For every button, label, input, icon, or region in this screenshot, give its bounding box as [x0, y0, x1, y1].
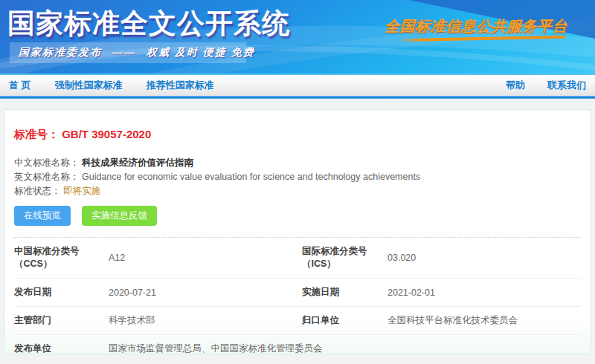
nav-item-mandatory-standards[interactable]: 强制性国家标准 [55, 79, 123, 92]
table-row-publisher: 发布单位 国家市场监督管理总局、中国国家标准化管理委员会 [14, 335, 581, 363]
table-row-departments: 主管部门 科学技术部 归口单位 全国科技平台标准化技术委员会 [14, 307, 581, 335]
ics-label: 国际标准分类号（ICS） [302, 245, 387, 270]
publisher-value: 国家市场监督管理总局、中国国家标准化管理委员会 [109, 342, 581, 355]
standard-number-value: GB/T 39057-2020 [62, 128, 151, 140]
platform-name: 全国标准信息公共服务平台 [385, 16, 567, 36]
centralized-unit-label: 归口单位 [302, 314, 387, 327]
subtitle-dash: —— [112, 47, 136, 59]
table-row-dates: 发布日期 2020-07-21 实施日期 2021-02-01 [14, 279, 581, 307]
implement-date-value: 2021-02-01 [387, 287, 581, 298]
competent-dept-value: 科学技术部 [109, 314, 302, 327]
standard-detail-card: 标准号： GB/T 39057-2020 中文标准名称： 科技成果经济价值评估指… [4, 109, 591, 354]
en-name-value: Guidance for economic value evaluation f… [82, 172, 420, 182]
en-name-label: 英文标准名称： [14, 172, 80, 182]
online-preview-button[interactable]: 在线预览 [14, 206, 71, 226]
competent-dept-label: 主管部门 [14, 314, 109, 327]
site-title: 国家标准全文公开系统 [7, 5, 290, 42]
ics-value: 03.020 [387, 253, 581, 263]
nav-item-home[interactable]: 首 页 [9, 79, 31, 92]
ccs-value: A12 [109, 253, 302, 263]
ccs-label: 中国标准分类号（CCS） [14, 245, 109, 270]
en-name-row: 英文标准名称： Guidance for economic value eval… [14, 170, 581, 183]
status-row: 标准状态： 即将实施 [14, 184, 581, 198]
status-label: 标准状态： [14, 186, 61, 196]
nav-item-contact-us[interactable]: 联系我们 [547, 79, 586, 92]
cn-name-label: 中文标准名称： [14, 157, 80, 168]
table-row-classification: 中国标准分类号（CCS） A12 国际标准分类号（ICS） 03.020 [14, 238, 581, 279]
nav-divider-line [0, 96, 595, 99]
standard-detail-table: 中国标准分类号（CCS） A12 国际标准分类号（ICS） 03.020 发布日… [14, 238, 581, 364]
nav-item-help[interactable]: 帮助 [506, 79, 525, 92]
standard-number-label: 标准号： [14, 128, 59, 140]
main-navigation: 首 页 强制性国家标准 推荐性国家标准 帮助 联系我们 [0, 74, 595, 96]
standard-names-block: 中文标准名称： 科技成果经济价值评估指南 英文标准名称： Guidance fo… [4, 142, 591, 198]
cn-name-row: 中文标准名称： 科技成果经济价值评估指南 [14, 156, 581, 169]
publisher-label: 发布单位 [14, 342, 109, 355]
subtitle-slogan: 权威 及时 便捷 免费 [147, 46, 255, 59]
nav-right-group: 帮助 联系我们 [506, 79, 586, 92]
subtitle-publisher: 国家标准委发布 [19, 46, 102, 59]
implement-date-label: 实施日期 [302, 286, 387, 299]
publish-date-value: 2020-07-21 [109, 287, 302, 298]
cn-name-value: 科技成果经济价值评估指南 [82, 157, 193, 168]
centralized-unit-value: 全国科技平台标准化技术委员会 [387, 314, 581, 327]
header-banner: 国家标准全文公开系统 国家标准委发布 —— 权威 及时 便捷 免费 全国标准信息… [0, 0, 595, 74]
implementation-feedback-button[interactable]: 实施信息反馈 [82, 206, 157, 226]
status-badge: 即将实施 [63, 186, 100, 196]
standard-number-line: 标准号： GB/T 39057-2020 [4, 110, 591, 142]
nav-item-recommended-standards[interactable]: 推荐性国家标准 [147, 79, 214, 92]
publish-date-label: 发布日期 [14, 286, 109, 299]
action-buttons: 在线预览 实施信息反馈 [14, 206, 581, 226]
header-subtitle-strip: 国家标准委发布 —— 权威 及时 便捷 免费 [10, 42, 246, 63]
